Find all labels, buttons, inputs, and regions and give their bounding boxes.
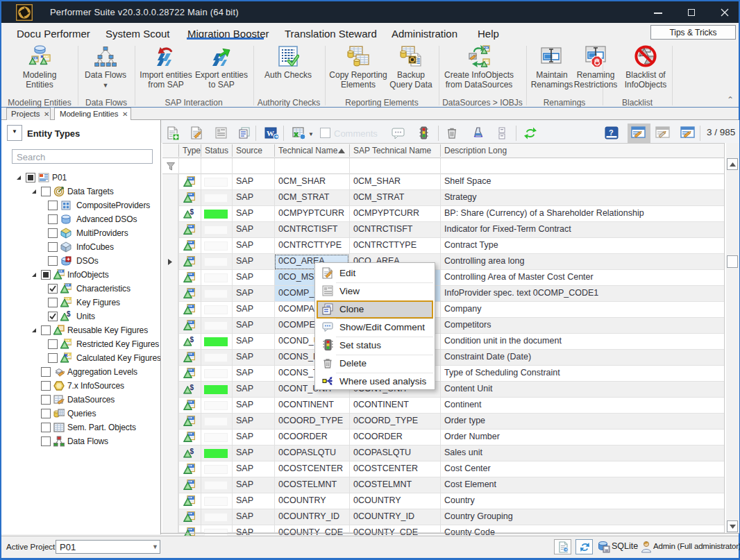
svg-text:W: W bbox=[267, 129, 274, 137]
svg-text:$: $ bbox=[67, 311, 71, 318]
svg-text:$: $ bbox=[190, 384, 194, 391]
svg-text:$: $ bbox=[190, 336, 194, 343]
svg-text:$: $ bbox=[190, 448, 194, 455]
svg-text:$: $ bbox=[190, 208, 194, 216]
svg-text:?: ? bbox=[609, 128, 614, 137]
